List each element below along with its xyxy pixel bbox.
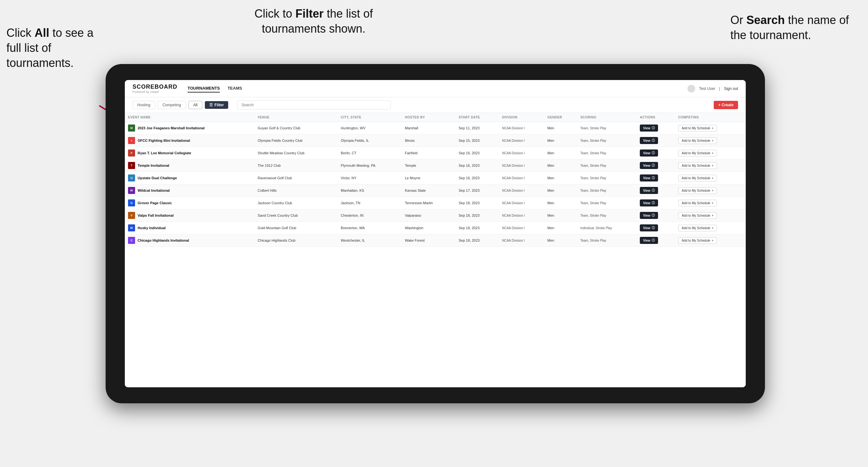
col-scoring: SCORING — [577, 113, 637, 122]
col-actions: ACTIONS — [637, 113, 675, 122]
annotation-topcenter: Click to Filter the list of tournaments … — [224, 6, 403, 36]
cell-gender: Men — [544, 122, 577, 134]
cell-hosted-by: Valparaiso — [402, 209, 456, 222]
cell-venue: Jackson Country Club — [254, 197, 338, 209]
cell-hosted-by: Tennessee-Martin — [402, 197, 456, 209]
view-button[interactable]: View ⓘ — [640, 212, 658, 219]
plus-icon: + — [712, 151, 713, 155]
view-button[interactable]: View ⓘ — [640, 150, 658, 157]
cell-city-state: Westchester, IL — [338, 234, 402, 247]
cell-city-state: Manhattan, KS — [338, 184, 402, 197]
col-division: DIVISION — [499, 113, 545, 122]
add-to-schedule-button[interactable]: Add to My Schedule + — [678, 175, 717, 182]
cell-event-name: V Valpo Fall Invitational — [125, 209, 254, 222]
add-to-schedule-button[interactable]: Add to My Schedule + — [678, 162, 717, 169]
cell-city-state: Jackson, TN — [338, 197, 402, 209]
nav-signout[interactable]: Sign out — [724, 86, 738, 91]
search-input[interactable] — [237, 100, 391, 110]
cell-event-name: I OFCC Fighting Illini Invitational — [125, 134, 254, 147]
cell-venue: Guyan Golf & Country Club — [254, 122, 338, 134]
add-to-schedule-button[interactable]: Add to My Schedule + — [678, 150, 717, 157]
view-button[interactable]: View ⓘ — [640, 175, 658, 182]
cell-start-date: Sep 18, 2023 — [456, 209, 499, 222]
logo-text: SCOREBOARD — [132, 84, 177, 90]
table-row: C Chicago Highlands Invitational Chicago… — [125, 234, 746, 247]
cell-gender: Men — [544, 134, 577, 147]
cell-start-date: Sep 18, 2023 — [456, 234, 499, 247]
logo-area: SCOREBOARD Powered by clippd — [132, 84, 177, 93]
tab-competing[interactable]: Competing — [158, 101, 186, 109]
info-icon: ⓘ — [652, 201, 655, 205]
nav-link-teams[interactable]: TEAMS — [227, 85, 242, 93]
cell-city-state: Victor, NY — [338, 172, 402, 184]
filter-button[interactable]: ☰ Filter — [205, 101, 228, 109]
cell-start-date: Sep 18, 2023 — [456, 197, 499, 209]
table-row: G Grover Page Classic Jackson Country Cl… — [125, 197, 746, 209]
cell-hosted-by: Wake Forest — [402, 234, 456, 247]
cell-venue: Olympia Fields Country Club — [254, 134, 338, 147]
team-logo: W — [128, 187, 135, 194]
cell-actions: View ⓘ — [637, 197, 675, 209]
cell-event-name: T Temple Invitational — [125, 159, 254, 172]
add-to-schedule-button[interactable]: Add to My Schedule + — [678, 187, 717, 194]
add-to-schedule-button[interactable]: Add to My Schedule + — [678, 212, 717, 219]
cell-hosted-by: Kansas State — [402, 184, 456, 197]
view-button[interactable]: View ⓘ — [640, 237, 658, 244]
add-to-schedule-button[interactable]: Add to My Schedule + — [678, 137, 717, 144]
view-button[interactable]: View ⓘ — [640, 125, 658, 131]
cell-start-date: Sep 16, 2023 — [456, 159, 499, 172]
cell-competing: Add to My Schedule + — [675, 159, 746, 172]
cell-venue: Colbert Hills — [254, 184, 338, 197]
cell-start-date: Sep 16, 2023 — [456, 172, 499, 184]
cell-hosted-by: Washington — [402, 222, 456, 234]
cell-actions: View ⓘ — [637, 234, 675, 247]
add-to-schedule-button[interactable]: Add to My Schedule + — [678, 200, 717, 207]
tournaments-table: EVENT NAME VENUE CITY, STATE HOSTED BY S… — [125, 113, 746, 247]
cell-event-name: W Husky Individual — [125, 222, 254, 234]
view-button[interactable]: View ⓘ — [640, 162, 658, 169]
nav-link-tournaments[interactable]: TOURNAMENTS — [188, 85, 220, 93]
cell-actions: View ⓘ — [637, 147, 675, 159]
col-gender: GENDER — [544, 113, 577, 122]
cell-division: NCAA Division I — [499, 209, 545, 222]
cell-venue: Ravenwood Golf Club — [254, 172, 338, 184]
cell-hosted-by: Illinois — [402, 134, 456, 147]
add-to-schedule-button[interactable]: Add to My Schedule + — [678, 225, 717, 231]
team-logo: V — [128, 212, 135, 219]
add-to-schedule-button[interactable]: Add to My Schedule + — [678, 237, 717, 244]
event-name: Grover Page Classic — [137, 201, 172, 205]
col-competing: COMPETING — [675, 113, 746, 122]
view-button[interactable]: View ⓘ — [640, 224, 658, 231]
table-row: U Upstate Dual Challenge Ravenwood Golf … — [125, 172, 746, 184]
add-to-schedule-button[interactable]: Add to My Schedule + — [678, 125, 717, 131]
event-name: Ryan T. Lee Memorial Collegiate — [137, 151, 191, 155]
annotation-topleft: Click All to see a full list of tourname… — [6, 26, 96, 70]
view-button[interactable]: View ⓘ — [640, 187, 658, 194]
cell-competing: Add to My Schedule + — [675, 184, 746, 197]
cell-hosted-by: Marshall — [402, 122, 456, 134]
table-row: V Valpo Fall Invitational Sand Creek Cou… — [125, 209, 746, 222]
team-logo: I — [128, 137, 135, 144]
create-button[interactable]: + Create — [714, 101, 738, 109]
cell-venue: Shuttle Meadow Country Club — [254, 147, 338, 159]
event-name: Wildcat Invitational — [137, 189, 169, 192]
plus-icon: + — [712, 126, 713, 130]
cell-city-state: Berlin, CT — [338, 147, 402, 159]
create-label: + Create — [718, 103, 734, 107]
event-name: OFCC Fighting Illini Invitational — [137, 138, 190, 143]
event-name: Valpo Fall Invitational — [137, 214, 174, 217]
table-row: W Husky Individual Gold Mountain Golf Cl… — [125, 222, 746, 234]
tab-all[interactable]: All — [188, 101, 202, 109]
team-logo: U — [128, 175, 135, 182]
view-button[interactable]: View ⓘ — [640, 199, 658, 207]
tab-hosting[interactable]: Hosting — [132, 101, 155, 109]
view-button[interactable]: View ⓘ — [640, 137, 658, 144]
cell-scoring: Team, Stroke Play — [577, 147, 637, 159]
col-event-name: EVENT NAME — [125, 113, 254, 122]
event-name: Husky Individual — [137, 226, 165, 230]
cell-competing: Add to My Schedule + — [675, 222, 746, 234]
col-city-state: CITY, STATE — [338, 113, 402, 122]
info-icon: ⓘ — [652, 188, 655, 193]
cell-hosted-by: Temple — [402, 159, 456, 172]
cell-division: NCAA Division I — [499, 234, 545, 247]
